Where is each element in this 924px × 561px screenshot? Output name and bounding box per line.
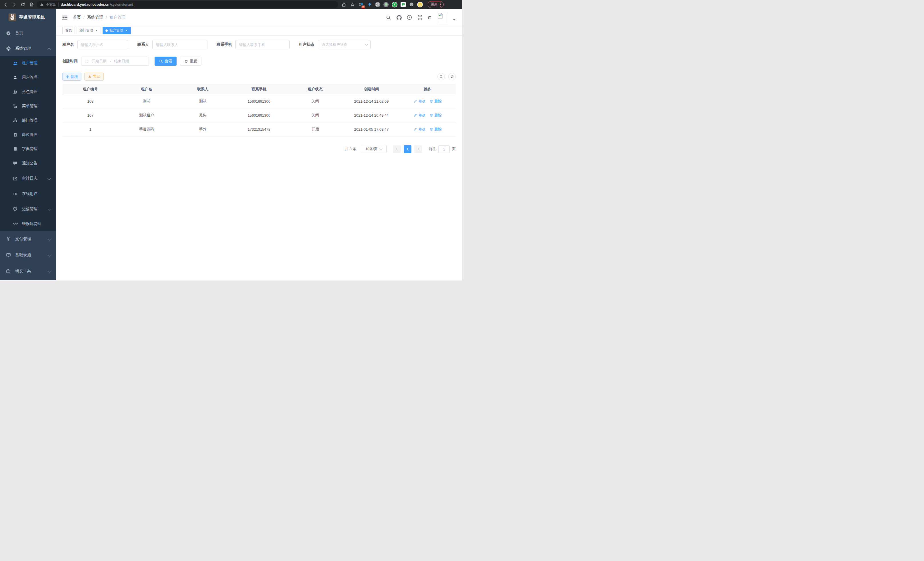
extension-kite-icon[interactable] bbox=[367, 2, 372, 7]
sidebar-item-post[interactable]: 岗位管理 bbox=[0, 128, 56, 142]
next-page-button[interactable] bbox=[414, 145, 422, 153]
page-size-select[interactable]: 10条/页 bbox=[361, 145, 387, 153]
col-operations: 操作 bbox=[399, 87, 456, 92]
add-button[interactable]: 新增 bbox=[62, 73, 81, 81]
sidebar-item-label: 首页 bbox=[15, 31, 23, 36]
sidebar-item-role[interactable]: 角色管理 bbox=[0, 85, 56, 99]
status-select[interactable]: 请选择租户状态 bbox=[318, 40, 370, 49]
tab-home[interactable]: 首页 bbox=[62, 27, 75, 34]
prev-page-button[interactable] bbox=[393, 145, 401, 153]
sidebar-item-label: 研发工具 bbox=[15, 268, 31, 274]
extension-diamond-icon[interactable]: 10 bbox=[358, 2, 364, 7]
sidebar-item-infra[interactable]: 基础设施 bbox=[0, 247, 56, 263]
tags-view: 首页 部门管理 × 租户管理 × bbox=[56, 26, 462, 35]
sidebar: 芋道管理系统 首页 系统管理 租户管理 bbox=[0, 9, 56, 280]
tab-dept[interactable]: 部门管理 × bbox=[76, 27, 101, 34]
sidebar-item-dept[interactable]: 部门管理 bbox=[0, 113, 56, 128]
export-button-label: 导出 bbox=[93, 74, 100, 79]
refresh-icon[interactable] bbox=[448, 73, 456, 80]
col-tenant-name: 租户名 bbox=[118, 87, 175, 92]
dropdown-caret-icon[interactable] bbox=[453, 19, 456, 21]
extension-y-icon[interactable]: Y bbox=[392, 2, 398, 8]
breadcrumb-system[interactable]: 系统管理 bbox=[87, 15, 103, 20]
extension-command-icon[interactable] bbox=[375, 2, 380, 7]
cell-contact: 秃头 bbox=[175, 113, 231, 118]
edit-label: 修改 bbox=[418, 113, 425, 118]
update-button[interactable]: 更新 bbox=[428, 1, 444, 8]
phone-input[interactable] bbox=[236, 40, 290, 49]
tab-label: 租户管理 bbox=[110, 28, 123, 33]
share-icon[interactable] bbox=[341, 2, 346, 8]
close-icon[interactable]: × bbox=[95, 29, 98, 33]
edit-link[interactable]: 修改 bbox=[414, 99, 425, 104]
edit-link[interactable]: 修改 bbox=[414, 113, 425, 118]
sidebar-item-dict[interactable]: 字典管理 bbox=[0, 142, 56, 156]
sidebar-item-menu[interactable]: 菜单管理 bbox=[0, 99, 56, 113]
sidebar-item-online-users[interactable]: 在线用户 bbox=[0, 186, 56, 201]
sidebar-item-label: 短信管理 bbox=[22, 206, 38, 212]
sidebar-item-error-code[interactable]: </> 错误码管理 bbox=[0, 217, 56, 231]
status-label: 租户状态 bbox=[299, 42, 314, 47]
forward-icon[interactable] bbox=[11, 2, 17, 8]
extension-dot-circle-icon[interactable] bbox=[383, 2, 388, 7]
fullscreen-icon[interactable] bbox=[417, 15, 423, 20]
col-phone: 联系手机 bbox=[231, 87, 287, 92]
goto-page-input[interactable] bbox=[438, 145, 450, 153]
security-label[interactable]: 不安全 bbox=[46, 2, 56, 7]
sidebar-item-user[interactable]: 用户管理 bbox=[0, 70, 56, 85]
sidebar-logo[interactable]: 芋道管理系统 bbox=[0, 9, 56, 25]
cell-contact: 芋艿 bbox=[175, 127, 231, 132]
devtools-icon bbox=[6, 269, 11, 273]
sidebar-item-tenant[interactable]: 租户管理 bbox=[0, 56, 56, 70]
address-bar[interactable]: 不安全 dashboard.yudao.iocoder.cn/system/te… bbox=[37, 1, 338, 8]
search-button[interactable]: 搜索 bbox=[154, 57, 177, 66]
reload-icon[interactable] bbox=[20, 2, 26, 8]
font-size-icon[interactable]: tT bbox=[428, 15, 431, 20]
sidebar-item-notice[interactable]: 通知公告 bbox=[0, 156, 56, 170]
search-icon[interactable] bbox=[386, 15, 391, 20]
contact-input[interactable] bbox=[152, 40, 207, 49]
current-page-button[interactable]: 1 bbox=[404, 145, 411, 153]
extensions-puzzle-icon[interactable] bbox=[409, 2, 414, 7]
date-separator: - bbox=[110, 59, 111, 63]
back-icon[interactable] bbox=[3, 2, 9, 8]
sidebar-item-home[interactable]: 首页 bbox=[0, 25, 56, 41]
github-icon[interactable] bbox=[396, 15, 402, 20]
star-icon[interactable] bbox=[350, 2, 356, 8]
tab-tenant[interactable]: 租户管理 × bbox=[103, 27, 131, 34]
sidebar-item-label: 支付管理 bbox=[15, 236, 31, 242]
delete-link[interactable]: 删除 bbox=[430, 99, 441, 104]
export-button[interactable]: 导出 bbox=[84, 73, 104, 81]
infrastructure-icon bbox=[6, 253, 11, 258]
sidebar-item-label: 在线用户 bbox=[22, 191, 38, 196]
url-host: dashboard.yudao.iocoder.cn bbox=[61, 3, 110, 7]
chevron-down-icon bbox=[47, 207, 51, 211]
col-created: 创建时间 bbox=[344, 87, 400, 92]
broken-avatar-image[interactable] bbox=[437, 12, 448, 23]
tenant-table: 租户编号 租户名 联系人 联系手机 租户状态 创建时间 操作 108 测试 测试… bbox=[62, 84, 456, 136]
tab-label: 部门管理 bbox=[80, 28, 93, 33]
profile-smiley-icon[interactable] bbox=[417, 2, 423, 8]
delete-link[interactable]: 删除 bbox=[430, 113, 441, 118]
breadcrumb-home[interactable]: 首页 bbox=[73, 15, 81, 20]
delete-link[interactable]: 删除 bbox=[430, 127, 441, 132]
help-icon[interactable]: ? bbox=[406, 15, 412, 20]
sidebar-item-sms[interactable]: 短信管理 bbox=[0, 201, 56, 217]
home-icon[interactable] bbox=[28, 2, 34, 8]
edit-link[interactable]: 修改 bbox=[414, 127, 425, 132]
sidebar-item-audit-log[interactable]: 审计日志 bbox=[0, 170, 56, 186]
date-range-picker[interactable]: 开始日期 - 结束日期 bbox=[81, 57, 149, 66]
sidebar-item-system[interactable]: 系统管理 bbox=[0, 41, 56, 56]
tenant-name-input[interactable] bbox=[77, 40, 128, 49]
more-menu-icon[interactable] bbox=[440, 3, 441, 7]
sidebar-item-payment[interactable]: ¥ 支付管理 bbox=[0, 231, 56, 247]
reset-button[interactable]: 重置 bbox=[180, 57, 201, 66]
search-toggle-icon[interactable] bbox=[437, 73, 445, 80]
sidebar-item-devtools[interactable]: 研发工具 bbox=[0, 263, 56, 279]
page-content: 租户名 联系人 联系手机 租户状态 请选择租户状态 bbox=[56, 35, 462, 280]
sidebar-item-label: 通知公告 bbox=[22, 161, 38, 166]
close-icon[interactable]: × bbox=[125, 29, 128, 33]
extension-chat-icon[interactable] bbox=[400, 2, 406, 7]
cell-id: 108 bbox=[62, 99, 118, 104]
hamburger-fold-icon[interactable] bbox=[62, 15, 68, 20]
